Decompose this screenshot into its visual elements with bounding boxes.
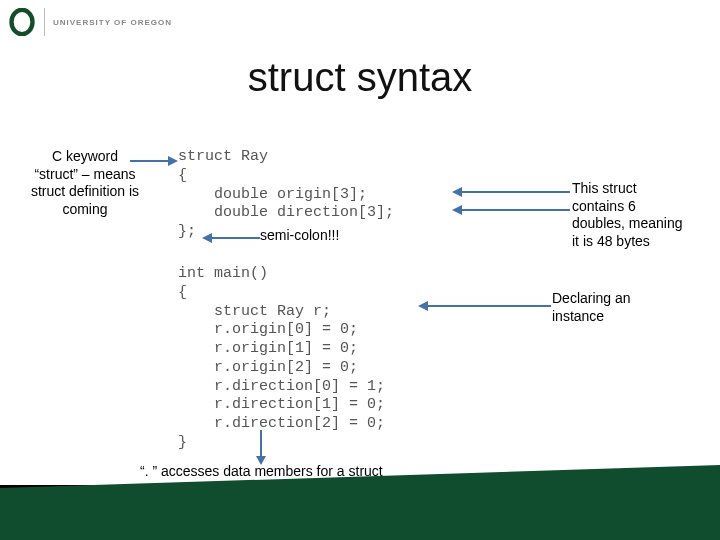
code-main-function: int main() { struct Ray r; r.origin[0] =… — [178, 265, 385, 453]
arrow-semicolon-icon — [200, 232, 260, 244]
svg-marker-13 — [0, 465, 720, 540]
arrow-keyword-icon — [130, 155, 180, 167]
logo-divider — [44, 8, 45, 36]
slide: UNIVERSITY OF OREGON struct syntax C key… — [0, 0, 720, 540]
footer-swoosh-icon — [0, 460, 720, 540]
svg-marker-4 — [202, 233, 212, 243]
svg-marker-8 — [452, 205, 462, 215]
logo-bar: UNIVERSITY OF OREGON — [8, 8, 172, 36]
svg-marker-10 — [418, 301, 428, 311]
code-struct-definition: struct Ray { double origin[3]; double di… — [178, 148, 394, 242]
svg-marker-6 — [452, 187, 462, 197]
footer — [0, 485, 720, 540]
slide-title: struct syntax — [0, 55, 720, 100]
annotation-contains: This struct contains 6 doubles, meaning … — [572, 180, 692, 250]
logo-text: UNIVERSITY OF OREGON — [53, 18, 172, 27]
svg-marker-2 — [168, 156, 178, 166]
svg-point-0 — [12, 10, 33, 35]
arrow-origin-icon — [450, 186, 570, 198]
uo-logo-icon — [8, 8, 36, 36]
arrow-direction-icon — [450, 204, 570, 216]
annotation-keyword: C keyword “struct” – means struct defini… — [30, 148, 140, 218]
annotation-declaring: Declaring an instance — [552, 290, 662, 325]
arrow-declaring-icon — [416, 300, 551, 312]
